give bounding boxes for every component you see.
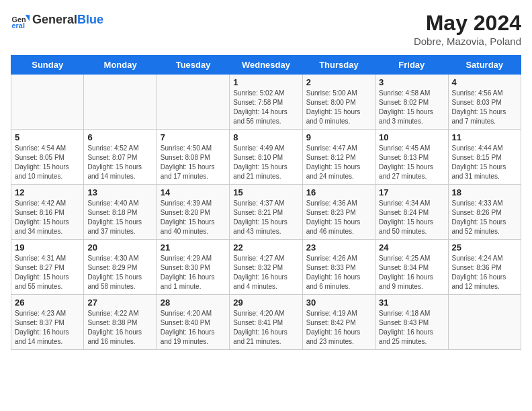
calendar-cell: 31Sunrise: 4:18 AM Sunset: 8:43 PM Dayli… — [375, 295, 448, 350]
day-number: 14 — [161, 187, 226, 197]
day-number: 6 — [87, 132, 152, 142]
day-number: 15 — [233, 187, 298, 197]
calendar-week-row: 12Sunrise: 4:42 AM Sunset: 8:16 PM Dayli… — [11, 185, 521, 240]
calendar-cell: 8Sunrise: 4:49 AM Sunset: 8:10 PM Daylig… — [230, 130, 302, 185]
calendar-table: SundayMondayTuesdayWednesdayThursdayFrid… — [11, 55, 521, 350]
calendar-cell — [157, 75, 229, 130]
calendar-cell: 2Sunrise: 5:00 AM Sunset: 8:00 PM Daylig… — [302, 75, 375, 130]
cell-info: Sunrise: 4:25 AM Sunset: 8:34 PM Dayligh… — [379, 254, 444, 291]
calendar-week-row: 26Sunrise: 4:23 AM Sunset: 8:37 PM Dayli… — [11, 295, 521, 350]
cell-info: Sunrise: 4:29 AM Sunset: 8:30 PM Dayligh… — [161, 254, 226, 291]
cell-info: Sunrise: 4:50 AM Sunset: 8:08 PM Dayligh… — [161, 144, 226, 181]
cell-info: Sunrise: 4:31 AM Sunset: 8:27 PM Dayligh… — [15, 254, 80, 291]
cell-info: Sunrise: 4:18 AM Sunset: 8:43 PM Dayligh… — [379, 309, 444, 347]
cell-info: Sunrise: 4:44 AM Sunset: 8:15 PM Dayligh… — [452, 144, 517, 181]
day-number: 29 — [233, 298, 298, 308]
page-header: Gen eral GeneralBlue May 2024 Dobre, Maz… — [11, 11, 521, 47]
calendar-cell: 30Sunrise: 4:19 AM Sunset: 8:42 PM Dayli… — [302, 295, 375, 350]
calendar-cell: 9Sunrise: 4:47 AM Sunset: 8:12 PM Daylig… — [302, 130, 375, 185]
day-number: 7 — [161, 132, 226, 142]
calendar-cell: 28Sunrise: 4:20 AM Sunset: 8:40 PM Dayli… — [157, 295, 229, 350]
cell-info: Sunrise: 4:42 AM Sunset: 8:16 PM Dayligh… — [15, 199, 80, 236]
day-number: 13 — [87, 187, 152, 197]
cell-info: Sunrise: 4:49 AM Sunset: 8:10 PM Dayligh… — [233, 144, 298, 181]
day-number: 10 — [379, 132, 444, 142]
calendar-cell: 14Sunrise: 4:39 AM Sunset: 8:20 PM Dayli… — [157, 185, 229, 240]
calendar-cell: 13Sunrise: 4:40 AM Sunset: 8:18 PM Dayli… — [84, 185, 157, 240]
calendar-cell: 7Sunrise: 4:50 AM Sunset: 8:08 PM Daylig… — [157, 130, 229, 185]
cell-info: Sunrise: 4:52 AM Sunset: 8:07 PM Dayligh… — [87, 144, 152, 181]
cell-info: Sunrise: 4:39 AM Sunset: 8:20 PM Dayligh… — [161, 199, 226, 236]
cell-info: Sunrise: 4:22 AM Sunset: 8:38 PM Dayligh… — [87, 309, 152, 347]
calendar-cell: 6Sunrise: 4:52 AM Sunset: 8:07 PM Daylig… — [84, 130, 157, 185]
logo-text: GeneralBlue — [32, 13, 103, 27]
day-number: 17 — [379, 187, 444, 197]
calendar-cell: 19Sunrise: 4:31 AM Sunset: 8:27 PM Dayli… — [11, 240, 84, 295]
day-number: 1 — [233, 77, 298, 87]
day-number: 18 — [452, 187, 517, 197]
cell-info: Sunrise: 4:19 AM Sunset: 8:42 PM Dayligh… — [306, 309, 371, 347]
calendar-week-row: 1Sunrise: 5:02 AM Sunset: 7:58 PM Daylig… — [11, 75, 521, 130]
cell-info: Sunrise: 4:58 AM Sunset: 8:02 PM Dayligh… — [379, 89, 444, 126]
column-header-tuesday: Tuesday — [157, 56, 229, 75]
day-number: 23 — [306, 242, 371, 253]
calendar-cell: 24Sunrise: 4:25 AM Sunset: 8:34 PM Dayli… — [375, 240, 448, 295]
logo-icon: Gen eral — [11, 11, 30, 30]
column-header-saturday: Saturday — [448, 56, 521, 75]
calendar-cell: 26Sunrise: 4:23 AM Sunset: 8:37 PM Dayli… — [11, 295, 84, 350]
cell-info: Sunrise: 4:45 AM Sunset: 8:13 PM Dayligh… — [379, 144, 444, 181]
calendar-week-row: 5Sunrise: 4:54 AM Sunset: 8:05 PM Daylig… — [11, 130, 521, 185]
column-header-sunday: Sunday — [11, 56, 84, 75]
day-number: 22 — [233, 242, 298, 253]
calendar-cell: 1Sunrise: 5:02 AM Sunset: 7:58 PM Daylig… — [230, 75, 302, 130]
logo: Gen eral GeneralBlue — [11, 11, 103, 30]
column-header-wednesday: Wednesday — [230, 56, 302, 75]
cell-info: Sunrise: 5:02 AM Sunset: 7:58 PM Dayligh… — [233, 89, 298, 126]
calendar-cell: 27Sunrise: 4:22 AM Sunset: 8:38 PM Dayli… — [84, 295, 157, 350]
cell-info: Sunrise: 4:36 AM Sunset: 8:23 PM Dayligh… — [306, 199, 371, 236]
calendar-cell: 29Sunrise: 4:20 AM Sunset: 8:41 PM Dayli… — [230, 295, 302, 350]
calendar-cell: 17Sunrise: 4:34 AM Sunset: 8:24 PM Dayli… — [375, 185, 448, 240]
calendar-cell: 16Sunrise: 4:36 AM Sunset: 8:23 PM Dayli… — [302, 185, 375, 240]
calendar-cell: 21Sunrise: 4:29 AM Sunset: 8:30 PM Dayli… — [157, 240, 229, 295]
calendar-cell: 4Sunrise: 4:56 AM Sunset: 8:03 PM Daylig… — [448, 75, 521, 130]
day-number: 12 — [15, 187, 80, 197]
day-number: 21 — [161, 242, 226, 253]
cell-info: Sunrise: 4:34 AM Sunset: 8:24 PM Dayligh… — [379, 199, 444, 236]
day-number: 28 — [161, 298, 226, 308]
day-number: 16 — [306, 187, 371, 197]
day-number: 31 — [379, 298, 444, 308]
cell-info: Sunrise: 4:37 AM Sunset: 8:21 PM Dayligh… — [233, 199, 298, 236]
calendar-cell — [84, 75, 157, 130]
cell-info: Sunrise: 4:40 AM Sunset: 8:18 PM Dayligh… — [87, 199, 152, 236]
calendar-cell: 5Sunrise: 4:54 AM Sunset: 8:05 PM Daylig… — [11, 130, 84, 185]
cell-info: Sunrise: 4:20 AM Sunset: 8:40 PM Dayligh… — [161, 309, 226, 347]
day-number: 2 — [306, 77, 371, 87]
day-number: 9 — [306, 132, 371, 142]
calendar-cell — [448, 295, 521, 350]
calendar-cell: 10Sunrise: 4:45 AM Sunset: 8:13 PM Dayli… — [375, 130, 448, 185]
column-header-thursday: Thursday — [302, 56, 375, 75]
cell-info: Sunrise: 4:20 AM Sunset: 8:41 PM Dayligh… — [233, 309, 298, 347]
calendar-cell: 12Sunrise: 4:42 AM Sunset: 8:16 PM Dayli… — [11, 185, 84, 240]
calendar-cell: 3Sunrise: 4:58 AM Sunset: 8:02 PM Daylig… — [375, 75, 448, 130]
calendar-cell: 25Sunrise: 4:24 AM Sunset: 8:36 PM Dayli… — [448, 240, 521, 295]
title-block: May 2024 Dobre, Mazovia, Poland — [414, 11, 521, 47]
month-title: May 2024 — [414, 11, 521, 36]
calendar-cell: 23Sunrise: 4:26 AM Sunset: 8:33 PM Dayli… — [302, 240, 375, 295]
day-number: 26 — [15, 298, 80, 308]
calendar-cell: 22Sunrise: 4:27 AM Sunset: 8:32 PM Dayli… — [230, 240, 302, 295]
column-header-friday: Friday — [375, 56, 448, 75]
column-header-monday: Monday — [84, 56, 157, 75]
cell-info: Sunrise: 5:00 AM Sunset: 8:00 PM Dayligh… — [306, 89, 371, 126]
cell-info: Sunrise: 4:24 AM Sunset: 8:36 PM Dayligh… — [452, 254, 517, 291]
cell-info: Sunrise: 4:26 AM Sunset: 8:33 PM Dayligh… — [306, 254, 371, 291]
calendar-cell: 20Sunrise: 4:30 AM Sunset: 8:29 PM Dayli… — [84, 240, 157, 295]
day-number: 30 — [306, 298, 371, 308]
calendar-week-row: 19Sunrise: 4:31 AM Sunset: 8:27 PM Dayli… — [11, 240, 521, 295]
day-number: 11 — [452, 132, 517, 142]
cell-info: Sunrise: 4:47 AM Sunset: 8:12 PM Dayligh… — [306, 144, 371, 181]
day-number: 27 — [87, 298, 152, 308]
cell-info: Sunrise: 4:56 AM Sunset: 8:03 PM Dayligh… — [452, 89, 517, 126]
calendar-cell: 15Sunrise: 4:37 AM Sunset: 8:21 PM Dayli… — [230, 185, 302, 240]
